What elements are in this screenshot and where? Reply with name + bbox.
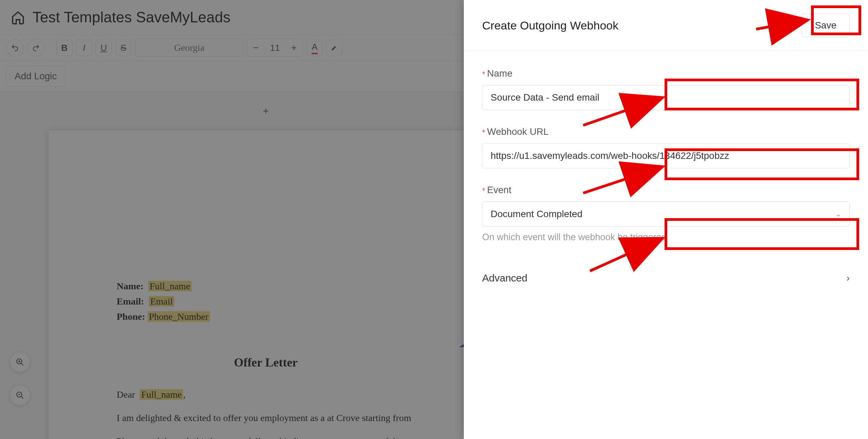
- event-group: *Event Document Completed ⌄ On which eve…: [482, 185, 850, 243]
- add-block-button[interactable]: +: [0, 105, 532, 117]
- undo-button[interactable]: [6, 39, 24, 57]
- save-button[interactable]: Save: [802, 14, 850, 37]
- required-icon: *: [482, 70, 485, 78]
- header-bar: Test Templates SaveMyLeads: [0, 0, 532, 35]
- zoom-controls: [10, 352, 30, 405]
- drawer-body: *Name *Webhook URL *Event Document Compl…: [464, 51, 868, 314]
- svg-line-5: [21, 396, 23, 399]
- name-label-text: Name: [487, 68, 513, 79]
- url-group: *Webhook URL: [482, 126, 850, 168]
- font-select[interactable]: Georgia: [135, 39, 243, 57]
- underline-button[interactable]: U: [96, 40, 112, 56]
- zoom-in-button[interactable]: [10, 352, 30, 372]
- document-page[interactable]: Name: Full_name Email: Email Phone: Phon…: [49, 130, 483, 439]
- paragraph-2: Please read through this letter carefull…: [117, 435, 415, 439]
- toolbar: B I U S Georgia − 11 + A: [0, 35, 532, 61]
- phone-label: Phone:: [117, 311, 145, 322]
- event-help-text: On which event will the webhook be trigg…: [482, 232, 850, 243]
- name-label-form: *Name: [482, 68, 850, 79]
- increase-size-button[interactable]: +: [285, 39, 303, 57]
- advanced-toggle[interactable]: Advanced ›: [482, 259, 850, 297]
- url-label-form: *Webhook URL: [482, 126, 850, 137]
- greeting-variable[interactable]: Full_name: [140, 389, 183, 400]
- name-input[interactable]: [482, 85, 850, 110]
- phone-variable[interactable]: Phone_Number: [147, 311, 210, 322]
- webhook-url-input[interactable]: [482, 143, 850, 168]
- required-icon: *: [482, 128, 485, 137]
- advanced-label: Advanced: [482, 272, 527, 284]
- redo-button[interactable]: [27, 39, 45, 57]
- name-group: *Name: [482, 68, 850, 110]
- event-label-form: *Event: [482, 185, 850, 195]
- font-size-value: 11: [265, 43, 285, 53]
- create-webhook-drawer: Create Outgoing Webhook Save *Name *Webh…: [464, 0, 868, 439]
- paragraph-1: I am delighted & excited to offer you em…: [117, 411, 415, 424]
- highlight-button[interactable]: [326, 40, 342, 56]
- text-color-button[interactable]: A: [307, 40, 323, 56]
- chevron-right-icon: ›: [847, 273, 850, 284]
- event-label-text: Event: [487, 185, 512, 195]
- zoom-out-button[interactable]: [10, 385, 30, 405]
- bold-button[interactable]: B: [56, 40, 73, 56]
- italic-button[interactable]: I: [76, 40, 92, 56]
- name-label: Name:: [117, 281, 143, 291]
- drawer-header: Create Outgoing Webhook Save: [464, 0, 868, 51]
- drawer-title: Create Outgoing Webhook: [482, 19, 618, 32]
- event-select[interactable]: Document Completed ⌄: [482, 202, 850, 227]
- doc-heading: Offer Letter: [117, 354, 415, 371]
- editor-area: Test Templates SaveMyLeads B I U S Georg…: [0, 0, 532, 439]
- strike-button[interactable]: S: [115, 40, 132, 56]
- add-logic-button[interactable]: Add Logic: [6, 66, 65, 87]
- chevron-down-icon: ⌄: [835, 210, 841, 218]
- svg-line-1: [21, 363, 23, 365]
- greeting-prefix: Dear: [117, 389, 135, 400]
- greeting-suffix: ,: [183, 389, 185, 400]
- required-icon: *: [482, 186, 485, 195]
- email-variable[interactable]: Email: [149, 296, 174, 307]
- event-select-value: Document Completed: [491, 209, 583, 220]
- email-label: Email:: [117, 296, 144, 307]
- name-variable[interactable]: Full_name: [148, 281, 192, 291]
- font-size-group: − 11 +: [247, 39, 303, 57]
- canvas-area: + Name: Full_name Email: Email Phone: Ph…: [0, 92, 532, 439]
- decrease-size-button[interactable]: −: [247, 39, 265, 57]
- url-label-text: Webhook URL: [487, 126, 549, 137]
- home-icon[interactable]: [11, 10, 25, 24]
- page-title: Test Templates SaveMyLeads: [33, 9, 231, 26]
